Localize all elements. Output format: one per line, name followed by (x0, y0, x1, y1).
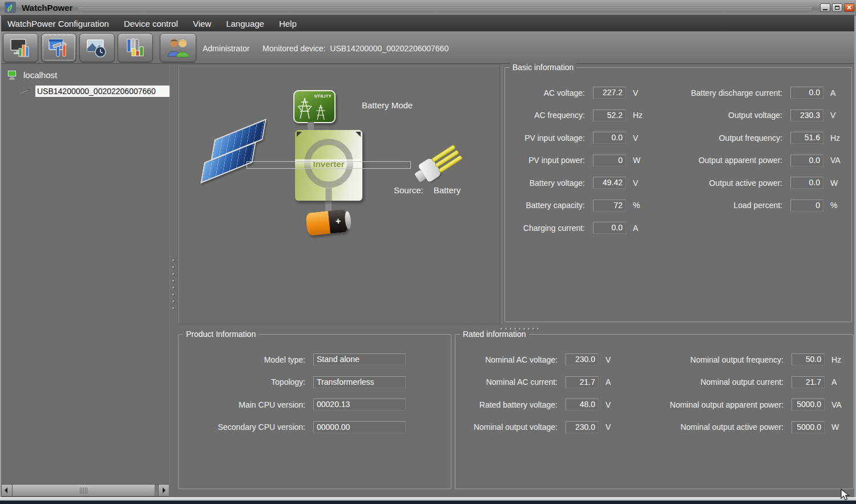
menu-view[interactable]: View (185, 15, 219, 31)
field-label: AC frequency: (510, 111, 593, 120)
window-bottom-edge (0, 497, 856, 501)
device-tree-sidebar: localhost USB14200000_00202206007660 (1, 64, 169, 497)
field-unit: W (626, 156, 649, 165)
basic-info-right-column: Battery discharge current:0.0A Output vo… (652, 68, 846, 217)
field-unit: V (599, 355, 621, 364)
product-information-panel: Product Information Model type:Stand alo… (178, 334, 451, 489)
minimize-icon (823, 9, 827, 10)
close-icon: ✕ (846, 5, 851, 11)
field-label: Battery capacity: (510, 201, 593, 210)
sidebar-horizontal-scrollbar (1, 484, 169, 497)
field-unit: A (626, 223, 649, 233)
usb-device-icon (17, 87, 31, 95)
field-unit: V (823, 111, 846, 120)
field-row: Battery capacity:72% (510, 194, 649, 217)
field-label: Nominal output apparent power: (622, 400, 792, 409)
field-unit: V (599, 400, 621, 409)
panel-divider (502, 65, 502, 324)
field-value: Transformerless (313, 376, 406, 388)
user-management-button[interactable] (160, 33, 196, 62)
sidebar-splitter[interactable] (169, 64, 177, 497)
source-status: Source: Battery (394, 185, 461, 195)
field-value: 00020.13 (313, 399, 406, 410)
field-row: Secondary CPU version:00000.00 (183, 416, 406, 439)
field-value: 51.6 (790, 132, 823, 144)
field-label: Load percent: (652, 201, 790, 210)
field-value: 48.0 (566, 399, 599, 410)
field-label: Output active power: (652, 178, 790, 188)
load-lamp-icon (407, 140, 470, 185)
toolbar: Administrator Monitored device: USB14200… (0, 31, 856, 64)
maximize-button[interactable] (832, 3, 842, 12)
field-label: Model type: (183, 355, 313, 364)
minimize-button[interactable] (820, 3, 830, 12)
field-label: Rated battery voltage: (460, 400, 566, 409)
field-unit: V (626, 178, 649, 188)
data-record-button[interactable] (79, 33, 115, 62)
scroll-right-button[interactable] (158, 485, 169, 496)
field-value: 227.2 (593, 87, 626, 99)
field-row: AC voltage:227.2V (510, 82, 649, 104)
menu-bar: WatchPower Configuration Device control … (0, 15, 856, 31)
scroll-right-icon (163, 487, 165, 493)
scroll-left-button[interactable] (2, 485, 13, 496)
power-flow-diagram: Battery Mode UTILITY Inverter (177, 65, 500, 324)
field-row: PV input voltage:0.0V (510, 127, 649, 149)
field-row: Nominal output frequency:50.0Hz (622, 348, 847, 371)
close-button[interactable]: ✕ (844, 3, 854, 12)
parameter-setting-button[interactable] (41, 33, 76, 62)
field-label: Output apparent power: (652, 156, 790, 165)
field-value: 0.0 (593, 132, 626, 144)
field-label: Output voltage: (652, 111, 790, 120)
field-label: Nominal output active power: (622, 422, 792, 432)
monitor-chart-icon (9, 37, 32, 59)
field-row: Output active power:0.0W (652, 172, 846, 194)
utility-text: UTILITY (314, 94, 332, 98)
field-value: 50.0 (792, 353, 825, 365)
current-user: Administrator (203, 44, 249, 53)
field-unit: A (599, 377, 621, 387)
operating-mode-label: Battery Mode (362, 100, 413, 110)
rated-info-right-column: Nominal output frequency:50.0Hz Nominal … (622, 335, 847, 438)
field-label: Topology: (183, 377, 313, 387)
field-value: 0.0 (790, 177, 823, 189)
field-row: Nominal AC voltage:230.0V (460, 348, 621, 371)
field-label: Battery discharge current: (652, 88, 790, 97)
monitoring-button[interactable] (3, 33, 38, 62)
battery-icon: + (305, 208, 352, 238)
field-unit: A (825, 377, 847, 387)
menu-language[interactable]: Language (219, 15, 272, 31)
watchpower-window: WatchPower ✕ WatchPower Configuration De… (0, 0, 856, 497)
monitored-device-text: Monitored device: USB14200000_0020220600… (263, 44, 449, 53)
field-row: PV input power:0W (510, 149, 649, 172)
field-row: Main CPU version:00020.13 (183, 393, 406, 416)
field-value: 0 (790, 200, 823, 212)
field-unit: Hz (823, 133, 846, 143)
computer-icon (7, 70, 19, 80)
field-value: 0 (593, 155, 626, 166)
window-left-edge (0, 15, 1, 497)
scrollbar-thumb[interactable] (13, 485, 155, 496)
field-label: Nominal output current: (622, 377, 792, 387)
scroll-left-icon (5, 487, 7, 493)
field-value: Stand alone (313, 353, 406, 365)
field-unit: A (823, 88, 846, 97)
product-info-column: Model type:Stand alone Topology:Transfor… (183, 335, 406, 438)
field-row: Battery discharge current:0.0A (652, 82, 846, 104)
menu-help[interactable]: Help (272, 15, 304, 31)
field-label: PV input power: (510, 156, 593, 165)
app-icon (5, 2, 16, 13)
title-bar: WatchPower ✕ (0, 0, 856, 15)
field-row: Charging current:0.0A (510, 217, 649, 239)
field-row: Rated battery voltage:48.0V (460, 393, 621, 416)
field-row: Nominal AC current:21.7A (460, 371, 621, 394)
tree-item-localhost[interactable]: localhost (7, 70, 57, 80)
menu-watchpower-configuration[interactable]: WatchPower Configuration (0, 15, 116, 31)
field-value: 49.42 (593, 177, 626, 189)
event-log-button[interactable] (118, 33, 153, 62)
users-icon (165, 37, 191, 59)
field-label: Output frequency: (652, 133, 790, 143)
tree-item-device[interactable]: USB14200000_00202206007660 (17, 86, 170, 97)
battery-plus-sign: + (335, 216, 341, 227)
menu-device-control[interactable]: Device control (116, 15, 185, 31)
